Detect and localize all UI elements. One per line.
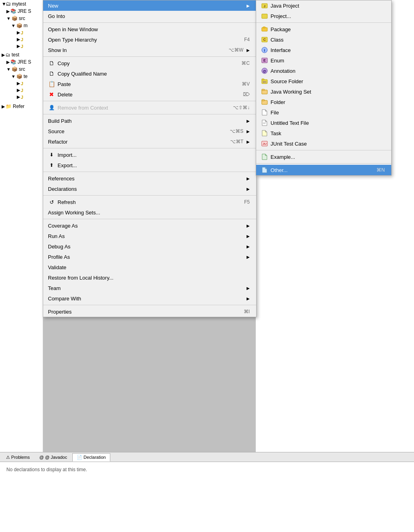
arrow-debug-as: ▶ (247, 244, 250, 249)
submenu-item-java-working-set[interactable]: Java Working Set (256, 86, 391, 97)
submenu-item-junit[interactable]: JU JUnit Test Case (256, 138, 391, 149)
working-set-icon (261, 88, 268, 95)
submenu-item-class[interactable]: C Class (256, 34, 391, 45)
menu-item-new[interactable]: New ▶ (43, 0, 256, 11)
menu-item-build-path[interactable]: Build Path ▶ (43, 116, 256, 126)
menu-item-show-in[interactable]: Show In ⌥⌘W ▶ (43, 45, 256, 55)
arrow-profile-as: ▶ (247, 255, 250, 259)
separator-2 (43, 56, 256, 57)
arrow-build-path: ▶ (247, 119, 250, 123)
menu-item-copy-qualified[interactable]: 🗋 Copy Qualified Name (43, 68, 256, 79)
menu-item-restore-history[interactable]: Restore from Local History... (43, 272, 256, 283)
menu-item-validate[interactable]: Validate (43, 262, 256, 272)
submenu-new: J Java Project Project... Package C (256, 0, 392, 176)
submenu-item-project[interactable]: Project... (256, 11, 391, 21)
paste-icon: 📋 (48, 80, 55, 88)
shortcut-other: ⌘N (376, 167, 385, 173)
menu-item-debug-as[interactable]: Debug As ▶ (43, 241, 256, 252)
menu-item-delete[interactable]: ✖ Delete ⌦ (43, 89, 256, 100)
tree-item-m[interactable]: ▼ 📦 m (0, 22, 43, 29)
tab-declaration[interactable]: 📄 Declaration (72, 453, 110, 462)
menu-item-refactor[interactable]: Refactor ⌥⌘T ▶ (43, 136, 256, 147)
submenu-item-task[interactable]: Task (256, 128, 391, 138)
svg-text:@: @ (263, 69, 267, 73)
tree-item-j3[interactable]: ▶ J (0, 43, 43, 51)
tree-item-refer[interactable]: ▶ 📁 Refer (0, 103, 43, 110)
arrow-refactor: ▶ (247, 140, 250, 144)
svg-text:I: I (264, 48, 265, 52)
menu-item-paste[interactable]: 📋 Paste ⌘V (43, 79, 256, 89)
submenu-item-package[interactable]: Package (256, 24, 391, 34)
tab-javadoc[interactable]: @ @ Javadoc (35, 453, 72, 462)
svg-text:J: J (264, 4, 265, 8)
menu-item-compare-with[interactable]: Compare With ▶ (43, 293, 256, 304)
arrow-declarations: ▶ (247, 187, 250, 191)
separator-4 (43, 114, 256, 114)
file-icon (261, 109, 268, 116)
shortcut-paste: ⌘V (242, 81, 250, 87)
submenu-sep-2 (256, 150, 391, 150)
bottom-panel: ⚠ Problems @ @ Javadoc 📄 Declaration No … (0, 452, 414, 532)
submenu-item-untitled-text-file[interactable]: Untitled Text File (256, 118, 391, 128)
menu-item-export[interactable]: ⬆ Export... (43, 160, 256, 170)
shortcut-properties: ⌘I (244, 309, 250, 314)
tree-item-j2[interactable]: ▶ J (0, 36, 43, 43)
svg-text:JU: JU (263, 142, 267, 146)
menu-item-run-as[interactable]: Run As ▶ (43, 231, 256, 241)
tree-item-jre1[interactable]: ▶ 📚 JRE S (0, 8, 43, 15)
tree-item-src1[interactable]: ▼ 📦 src (0, 15, 43, 22)
tab-problems[interactable]: ⚠ Problems (2, 453, 34, 462)
svg-text:src: src (263, 80, 267, 83)
menu-item-open-type-hierarchy[interactable]: Open Type Hierarchy F4 (43, 34, 256, 45)
submenu-item-java-project[interactable]: J Java Project (256, 0, 391, 11)
tree-item-j6[interactable]: ▶ J (0, 94, 43, 100)
menu-item-properties[interactable]: Properties ⌘I (43, 306, 256, 317)
shortcut-source: ⌥⌘S (230, 128, 243, 134)
tree-item-mytest[interactable]: ▼ 🗂 mytest (0, 0, 43, 8)
java-project-icon: J (261, 2, 268, 9)
menu-item-references[interactable]: References ▶ (43, 173, 256, 184)
menu-item-refresh[interactable]: ↺ Refresh F5 (43, 197, 256, 207)
menu-item-declarations[interactable]: Declarations ▶ (43, 184, 256, 194)
menu-item-team[interactable]: Team ▶ (43, 283, 256, 293)
tree-item-src2[interactable]: ▼ 📦 src (0, 66, 43, 73)
svg-rect-14 (262, 79, 264, 80)
menu-item-copy[interactable]: 🗋 Copy ⌘C (43, 58, 256, 68)
menu-item-open-new-window[interactable]: Open in New Window (43, 24, 256, 34)
separator-5 (43, 148, 256, 148)
menu-item-assign-working-sets[interactable]: Assign Working Sets... (43, 207, 256, 218)
tree-item-test[interactable]: ▶ 🗂 test (0, 51, 43, 58)
tree-item-te[interactable]: ▼ 📦 te (0, 73, 43, 80)
submenu-item-source-folder[interactable]: src Source Folder (256, 76, 391, 86)
submenu-item-file[interactable]: File (256, 107, 391, 118)
javadoc-icon: @ (40, 455, 44, 460)
arrow-show-in: ▶ (247, 48, 250, 52)
menu-item-remove-context[interactable]: 👤 Remove from Context ⌥⇧⌘↓ (43, 102, 256, 113)
submenu-item-other[interactable]: Other... ⌘N (256, 165, 391, 175)
import-icon: ⬇ (48, 151, 55, 158)
example-icon (261, 153, 268, 160)
submenu-item-annotation[interactable]: @ Annotation (256, 66, 391, 76)
sidebar: ▼ 🗂 mytest ▶ 📚 JRE S ▼ 📦 src ▼ 📦 m ▶ J ▶… (0, 0, 43, 452)
menu-item-import[interactable]: ⬇ Import... (43, 150, 256, 160)
tree-item-j5[interactable]: ▶ J (0, 87, 43, 94)
tree-item-j1[interactable]: ▶ J (0, 29, 43, 36)
javadoc-label: @ Javadoc (45, 455, 67, 460)
tree-item-jre2[interactable]: ▶ 📚 JRE S (0, 58, 43, 66)
menu-item-go-into[interactable]: Go Into (43, 11, 256, 21)
enum-icon: E (261, 57, 268, 64)
tree-item-j4[interactable]: ▶ J (0, 80, 43, 87)
shortcut-refactor: ⌥⌘T (230, 139, 243, 144)
problems-label: Problems (11, 455, 30, 460)
other-icon (261, 166, 268, 174)
menu-item-source[interactable]: Source ⌥⌘S ▶ (43, 126, 256, 136)
annotation-icon: @ (261, 67, 268, 74)
source-folder-icon: src (261, 78, 268, 85)
submenu-item-interface[interactable]: I Interface (256, 45, 391, 55)
submenu-item-example[interactable]: Example... (256, 152, 391, 162)
submenu-item-enum[interactable]: E Enum (256, 55, 391, 66)
menu-item-coverage-as[interactable]: Coverage As ▶ (43, 220, 256, 231)
arrow-team: ▶ (247, 286, 250, 290)
submenu-item-folder[interactable]: Folder (256, 97, 391, 107)
menu-item-profile-as[interactable]: Profile As ▶ (43, 252, 256, 262)
